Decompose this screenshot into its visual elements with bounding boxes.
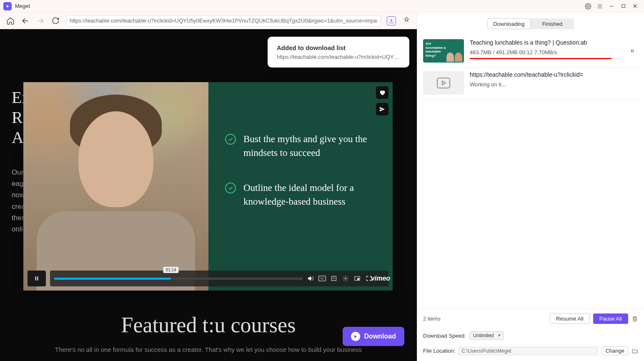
progress-track[interactable]: 01:14 bbox=[54, 278, 303, 280]
titlebar: Meget bbox=[0, 0, 644, 13]
vimeo-logo[interactable]: vimeo bbox=[377, 275, 384, 282]
speed-select[interactable]: Unlimited bbox=[469, 331, 504, 340]
video-controls: 01:14 CC vimeo bbox=[28, 271, 388, 286]
check-icon bbox=[225, 134, 236, 145]
progress-fill bbox=[54, 278, 171, 280]
download-label: Download bbox=[364, 333, 396, 340]
pause-all-button[interactable]: Pause All bbox=[593, 313, 628, 324]
download-button[interactable]: Download bbox=[343, 327, 404, 346]
home-icon[interactable] bbox=[6, 16, 15, 25]
heart-icon[interactable] bbox=[376, 86, 388, 99]
change-location-button[interactable]: Change bbox=[601, 346, 628, 355]
video-frame[interactable] bbox=[23, 82, 208, 291]
url-input[interactable]: https://teachable.com/teachable-u?irclic… bbox=[66, 15, 381, 27]
svg-text:CC: CC bbox=[321, 277, 324, 280]
app-icon bbox=[3, 2, 12, 10]
svg-rect-0 bbox=[621, 5, 625, 8]
browser-toolbar: https://teachable.com/teachable-u?irclic… bbox=[0, 13, 417, 29]
bullet-text: Outline the ideal model for a knowledge-… bbox=[243, 181, 376, 209]
pause-item-icon[interactable] bbox=[626, 39, 638, 63]
hamburger-menu-icon[interactable] bbox=[594, 0, 606, 12]
svg-rect-3 bbox=[332, 276, 336, 281]
reload-icon[interactable] bbox=[51, 16, 60, 25]
download-thumbnail: Are lunchables a teachable thing? bbox=[423, 39, 464, 63]
back-icon[interactable] bbox=[21, 16, 30, 25]
download-item[interactable]: https://teachable.com/teachable-u?irclic… bbox=[419, 67, 642, 99]
time-bubble: 01:14 bbox=[163, 267, 179, 273]
open-folder-icon[interactable] bbox=[631, 348, 638, 354]
download-progress bbox=[470, 58, 621, 59]
svg-rect-6 bbox=[357, 278, 359, 280]
settings-gear-icon[interactable] bbox=[582, 0, 594, 12]
toast-added-download: Added to download list https://teachable… bbox=[268, 37, 409, 68]
location-row: File Location: C:\Users\Public\Meget Cha… bbox=[417, 343, 644, 361]
download-title: https://teachable.com/teachable-u?irclic… bbox=[470, 71, 638, 78]
transcript-icon[interactable] bbox=[330, 275, 338, 282]
forward-icon[interactable] bbox=[36, 16, 45, 25]
download-icon bbox=[351, 332, 360, 341]
minimize-button[interactable] bbox=[606, 0, 617, 12]
location-label: File Location: bbox=[423, 348, 455, 354]
download-list: Are lunchables a teachable thing? Teachi… bbox=[417, 35, 644, 309]
volume-icon[interactable] bbox=[307, 275, 314, 282]
cc-icon[interactable]: CC bbox=[318, 275, 326, 282]
downloads-panel: Downloading Finished Are lunchables a te… bbox=[417, 13, 644, 361]
close-button[interactable] bbox=[629, 0, 641, 12]
video-player: Bust the myths and give you the mindsets… bbox=[23, 82, 393, 291]
bullet-text: Bust the myths and give you the mindsets… bbox=[243, 132, 376, 160]
download-meta: 463.7MB / 491.2MB 00:12 7.70MB/s bbox=[470, 49, 621, 55]
speed-row: Download Speed: Unlimited bbox=[417, 328, 644, 343]
download-title: Teaching lunchables is a thing? | Questi… bbox=[470, 39, 621, 46]
featured-subline: There's no all in one formula for succes… bbox=[0, 346, 417, 353]
item-count: 2 items bbox=[423, 316, 546, 322]
progress-bar-container: 01:14 CC vimeo bbox=[50, 271, 388, 286]
download-meta: Working on it... bbox=[470, 81, 638, 88]
share-icon[interactable] bbox=[376, 103, 388, 115]
settings-icon[interactable] bbox=[342, 275, 349, 282]
toast-title: Added to download list bbox=[277, 44, 400, 51]
download-summary: 2 items Resume All Pause All bbox=[417, 309, 644, 328]
download-thumbnail bbox=[423, 71, 464, 95]
theme-icon[interactable] bbox=[402, 16, 411, 25]
location-input[interactable]: C:\Users\Public\Meget bbox=[459, 347, 598, 355]
svg-point-4 bbox=[345, 278, 346, 279]
pip-icon[interactable] bbox=[353, 275, 361, 282]
side-tabs: Downloading Finished bbox=[417, 13, 644, 35]
maximize-button[interactable] bbox=[617, 0, 629, 12]
tab-downloading[interactable]: Downloading bbox=[487, 18, 531, 29]
check-icon bbox=[225, 183, 236, 193]
toast-url: https://teachable.com/teachable-u?irclic… bbox=[277, 54, 400, 60]
download-info: https://teachable.com/teachable-u?irclic… bbox=[470, 71, 638, 95]
download-tray-icon[interactable] bbox=[387, 16, 396, 25]
resume-all-button[interactable]: Resume All bbox=[550, 313, 590, 324]
download-item[interactable]: Are lunchables a teachable thing? Teachi… bbox=[419, 35, 642, 67]
svg-rect-7 bbox=[437, 78, 450, 88]
pause-button[interactable] bbox=[28, 271, 46, 286]
video-info-panel: Bust the myths and give you the mindsets… bbox=[208, 82, 393, 291]
app-title: Meget bbox=[15, 3, 30, 9]
browser-pane: https://teachable.com/teachable-u?irclic… bbox=[0, 13, 417, 361]
speed-label: Download Speed: bbox=[423, 333, 466, 339]
delete-all-icon[interactable] bbox=[631, 316, 638, 322]
webpage-content: Ex Re Ac Our eage now crea thes onli Fea… bbox=[0, 29, 417, 361]
download-info: Teaching lunchables is a thing? | Questi… bbox=[470, 39, 621, 63]
tab-finished[interactable]: Finished bbox=[531, 18, 574, 29]
